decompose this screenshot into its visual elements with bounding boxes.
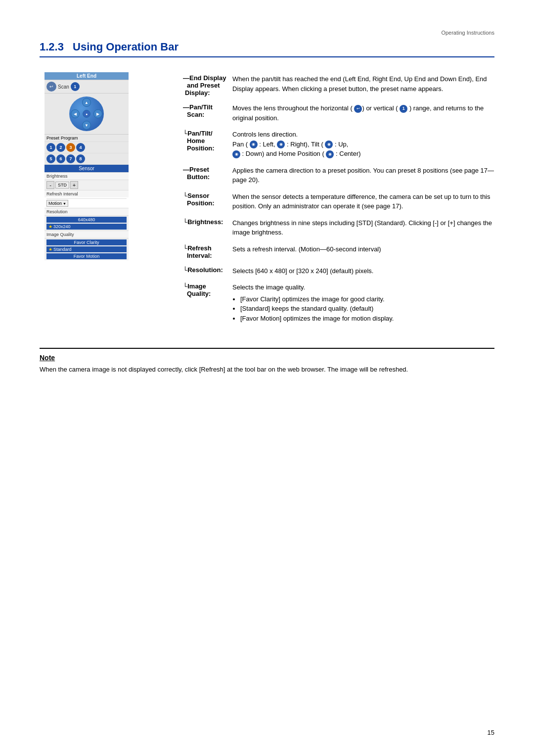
refresh-interval-desc: Sets a refresh interval. (Motion—60-seco… [232,242,494,264]
preset-btn-6[interactable]: 6 [56,154,65,163]
dir-pad: ▲ ▼ ◀ ▶ ● [69,96,104,131]
desc-row-end-display: —End Displayand PresetDisplay: When the … [183,72,494,101]
brightness-label-row: Brightness [44,172,129,180]
program-text: Program [61,136,78,141]
brightness-std: STD [55,182,69,189]
note-section: Note When the camera image is not displa… [40,348,494,375]
preset-row2: 5 6 7 8 [44,153,129,164]
scan-icon[interactable]: ↩ [46,82,56,92]
pan-left-icon: ◉ [250,141,258,148]
dir-pad-section: ▲ ▼ ◀ ▶ ● [44,93,129,134]
preset-btn-8[interactable]: 8 [76,154,85,163]
res-640-button[interactable]: 640x480 [46,217,127,223]
section-number: 1.2.3 [40,41,64,53]
preset-btn-2[interactable]: 2 [56,143,65,152]
preset-button-label: —PresetButton: [183,166,210,181]
desc-row-image-quality: └ImageQuality: Selects the image quality… [183,281,494,328]
sensor-position-desc: When the sensor detects a temperature di… [232,190,494,216]
star-standard-icon: ★ [48,247,52,252]
image-quality-desc-label: └ImageQuality: [183,283,211,297]
page-number: 15 [488,729,494,736]
desc-row-sensor-position: └SensorPosition: When the sensor detects… [183,190,494,216]
desc-row-resolution: └Resolution: Selects [640 x 480] or [320… [183,264,494,281]
image-quality-desc: Selects the image quality. [Favor Clarit… [232,281,494,328]
quality-item-3: [Favor Motion] optimizes the image for m… [240,314,494,324]
preset-btn-1[interactable]: 1 [46,143,55,152]
down-button[interactable]: ▼ [82,121,91,130]
preset-btn-3[interactable]: 3 [66,143,75,152]
section-title-text: Using Operation Bar [73,41,178,53]
end-display-desc: When the pan/tilt has reached the end (L… [232,72,494,101]
preset-button-desc: Applies the camera direction to a preset… [232,164,494,190]
quality-standard-button[interactable]: ★ Standard [46,246,127,252]
desc-row-pan-tilt-scan: —Pan/TiltScan: Moves the lens throughout… [183,101,494,128]
quality-favor-motion-button[interactable]: Favor Motion [46,253,127,259]
right-button[interactable]: ▶ [93,109,102,118]
desc-row-pan-tilt-home: └Pan/Tilt/HomePosition: Controls lens di… [183,128,494,164]
dir-circle: ▲ ▼ ◀ ▶ ● [69,96,104,131]
quality-buttons: Favor Clarity ★ Standard Favor Motion [44,238,129,260]
left-end-bar: Left End [44,72,129,80]
pan-tilt-home-label: └Pan/Tilt/HomePosition: [183,130,215,152]
preset-text: Preset [46,136,59,141]
end-display-label: —End Displayand PresetDisplay: [183,74,226,96]
star-320-icon: ★ [48,224,52,229]
refresh-interval-label-row: Refresh Interval [44,190,129,197]
section-title: 1.2.3 Using Operation Bar [40,41,494,57]
resolution-desc-label: └Resolution: [183,266,223,274]
right-panel: —End Displayand PresetDisplay: When the … [183,72,494,328]
pan-right-icon: ◉ [277,141,285,148]
main-content: Left End ↩ Scan 1 [40,72,494,328]
note-title: Note [40,354,494,362]
sensor-button[interactable]: Sensor [44,164,129,172]
left-end-section: Left End [44,72,129,80]
page-header: Operating Instructions [40,30,494,36]
quality-favor-clarity-button[interactable]: Favor Clarity [46,239,127,245]
resolution-buttons: 640x480 ★ 320x240 [44,215,129,231]
left-panel: Left End ↩ Scan 1 [40,72,178,328]
brightness-desc: Changes brightness in nine steps includi… [232,216,494,242]
brightness-controls: - STD + [44,180,129,190]
pan-tilt-row: ↩ Scan 1 [44,80,129,93]
preset-btn-4[interactable]: 4 [76,143,85,152]
scan-number-badge[interactable]: 1 [71,82,80,91]
brightness-desc-label: └Brightness: [183,218,223,226]
page-container: Operating Instructions 1.2.3 Using Opera… [0,0,534,756]
image-quality-label-row: Image Quality [44,231,129,238]
refresh-interval-desc-label: └RefreshInterval: [183,244,212,259]
preset-program-row: Preset Program [44,134,129,142]
desc-row-refresh-interval: └RefreshInterval: Sets a refresh interva… [183,242,494,264]
center-button[interactable]: ● [83,110,90,118]
desc-row-preset-button: —PresetButton: Applies the camera direct… [183,164,494,190]
res-320-button[interactable]: ★ 320x240 [46,224,127,230]
tilt-up-icon: ◉ [325,141,333,148]
desc-row-brightness: └Brightness: Changes brightness in nine … [183,216,494,242]
pan-tilt-home-desc: Controls lens direction. Pan ( ◉ : Left,… [232,128,494,164]
home-center-icon: ◉ [326,150,334,158]
up-button[interactable]: ▲ [82,98,91,107]
brightness-plus[interactable]: + [70,181,78,189]
preset-row1: 1 2 3 4 [44,142,129,153]
pan-tilt-scan-label: —Pan/TiltScan: [183,103,213,118]
scan-label: Scan [58,84,69,90]
note-text: When the camera image is not displayed c… [40,365,494,375]
tilt-down-icon: ◉ [232,150,240,158]
quality-item-2: [Standard] keeps the standard quality. (… [240,304,494,314]
quality-item-1: [Favor Clarity] optimizes the image for … [240,294,494,304]
camera-widget: Left End ↩ Scan 1 [44,72,129,260]
preset-btn-7[interactable]: 7 [66,154,75,163]
preset-btn-5[interactable]: 5 [46,154,55,163]
motion-dropdown-row: Motion ▼ [46,198,127,207]
pan-tilt-scan-desc: Moves the lens throughout the horizontal… [232,101,494,128]
sensor-position-label: └SensorPosition: [183,192,215,207]
horizontal-scan-icon: ↩ [354,105,362,113]
resolution-desc: Selects [640 x 480] or [320 x 240] (defa… [232,264,494,281]
brightness-minus[interactable]: - [46,181,54,189]
header-text: Operating Instructions [441,30,494,36]
resolution-label-row: Resolution [44,208,129,215]
motion-dropdown[interactable]: Motion ▼ [46,200,68,207]
dropdown-arrow-icon: ▼ [63,202,66,205]
descriptions-table: —End Displayand PresetDisplay: When the … [183,72,494,328]
left-button[interactable]: ◀ [71,109,80,118]
vertical-scan-icon: 1 [400,105,407,113]
